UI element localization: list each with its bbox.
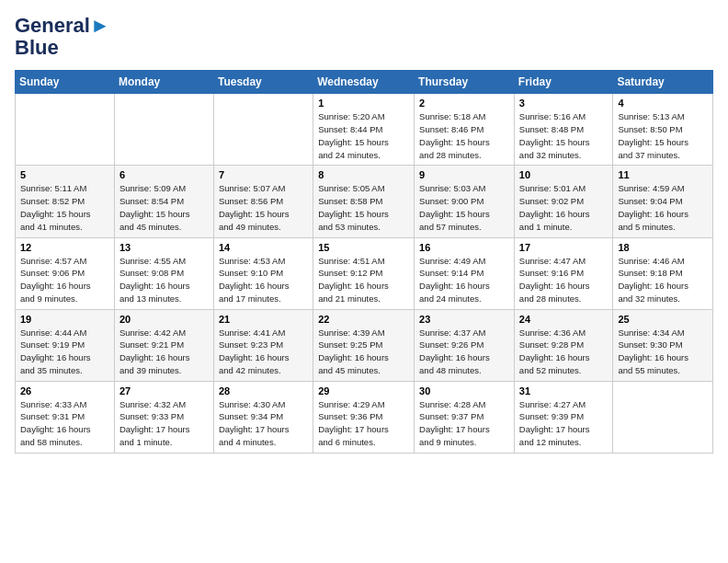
day-number: 9	[419, 169, 509, 180]
calendar-week-2: 5Sunrise: 5:11 AM Sunset: 8:52 PM Daylig…	[16, 166, 713, 237]
day-info: Sunrise: 4:39 AM Sunset: 9:25 PM Dayligh…	[318, 327, 409, 377]
calendar-cell: 3Sunrise: 5:16 AM Sunset: 8:48 PM Daylig…	[514, 94, 613, 166]
day-number: 8	[318, 169, 409, 180]
day-info: Sunrise: 5:13 AM Sunset: 8:50 PM Dayligh…	[618, 110, 708, 161]
day-number: 30	[419, 385, 509, 396]
day-info: Sunrise: 5:07 AM Sunset: 8:56 PM Dayligh…	[219, 182, 308, 233]
day-info: Sunrise: 4:41 AM Sunset: 9:23 PM Dayligh…	[219, 327, 308, 377]
calendar-cell: 1Sunrise: 5:20 AM Sunset: 8:44 PM Daylig…	[313, 94, 415, 166]
day-info: Sunrise: 4:51 AM Sunset: 9:12 PM Dayligh…	[318, 255, 409, 305]
day-number: 25	[618, 314, 708, 325]
day-info: Sunrise: 4:37 AM Sunset: 9:26 PM Dayligh…	[419, 327, 509, 377]
day-info: Sunrise: 4:34 AM Sunset: 9:30 PM Dayligh…	[618, 327, 708, 377]
calendar-cell: 26Sunrise: 4:33 AM Sunset: 9:31 PM Dayli…	[16, 381, 115, 453]
day-number: 1	[318, 98, 409, 109]
calendar-table: SundayMondayTuesdayWednesdayThursdayFrid…	[15, 70, 713, 453]
day-number: 17	[519, 242, 609, 253]
weekday-header-tuesday: Tuesday	[213, 71, 313, 94]
calendar-cell: 8Sunrise: 5:05 AM Sunset: 8:58 PM Daylig…	[313, 166, 415, 237]
calendar-cell: 18Sunrise: 4:46 AM Sunset: 9:18 PM Dayli…	[613, 237, 713, 309]
calendar-cell: 16Sunrise: 4:49 AM Sunset: 9:14 PM Dayli…	[415, 237, 515, 309]
day-info: Sunrise: 5:09 AM Sunset: 8:54 PM Dayligh…	[119, 182, 209, 233]
calendar-cell: 28Sunrise: 4:30 AM Sunset: 9:34 PM Dayli…	[213, 381, 313, 453]
day-number: 5	[20, 169, 109, 180]
day-info: Sunrise: 5:20 AM Sunset: 8:44 PM Dayligh…	[318, 110, 409, 161]
day-info: Sunrise: 4:28 AM Sunset: 9:37 PM Dayligh…	[419, 398, 509, 449]
day-number: 13	[119, 242, 209, 253]
calendar-cell: 9Sunrise: 5:03 AM Sunset: 9:00 PM Daylig…	[415, 166, 515, 237]
day-number: 24	[519, 314, 609, 325]
day-number: 6	[119, 169, 209, 180]
day-info: Sunrise: 4:59 AM Sunset: 9:04 PM Dayligh…	[618, 182, 708, 233]
calendar-cell: 31Sunrise: 4:27 AM Sunset: 9:39 PM Dayli…	[514, 381, 613, 453]
day-number: 23	[419, 314, 509, 325]
day-number: 27	[119, 385, 209, 396]
calendar-cell: 11Sunrise: 4:59 AM Sunset: 9:04 PM Dayli…	[613, 166, 713, 237]
weekday-header-wednesday: Wednesday	[313, 71, 415, 94]
day-number: 28	[219, 385, 308, 396]
day-info: Sunrise: 5:01 AM Sunset: 9:02 PM Dayligh…	[519, 182, 609, 233]
weekday-header-sunday: Sunday	[16, 71, 115, 94]
day-number: 11	[618, 169, 708, 180]
weekday-header-monday: Monday	[114, 71, 213, 94]
day-info: Sunrise: 4:46 AM Sunset: 9:18 PM Dayligh…	[618, 255, 708, 305]
day-number: 15	[318, 242, 409, 253]
calendar-cell: 12Sunrise: 4:57 AM Sunset: 9:06 PM Dayli…	[16, 237, 115, 309]
calendar-cell: 7Sunrise: 5:07 AM Sunset: 8:56 PM Daylig…	[213, 166, 313, 237]
day-info: Sunrise: 4:27 AM Sunset: 9:39 PM Dayligh…	[519, 398, 609, 449]
calendar-cell: 27Sunrise: 4:32 AM Sunset: 9:33 PM Dayli…	[114, 381, 213, 453]
calendar-cell: 4Sunrise: 5:13 AM Sunset: 8:50 PM Daylig…	[613, 94, 713, 166]
day-number: 20	[119, 314, 209, 325]
calendar-cell: 17Sunrise: 4:47 AM Sunset: 9:16 PM Dayli…	[514, 237, 613, 309]
day-info: Sunrise: 4:57 AM Sunset: 9:06 PM Dayligh…	[20, 255, 109, 305]
calendar-cell	[613, 381, 713, 453]
day-info: Sunrise: 4:42 AM Sunset: 9:21 PM Dayligh…	[119, 327, 209, 377]
calendar-cell: 25Sunrise: 4:34 AM Sunset: 9:30 PM Dayli…	[613, 309, 713, 381]
calendar-cell: 24Sunrise: 4:36 AM Sunset: 9:28 PM Dayli…	[514, 309, 613, 381]
calendar-cell	[213, 94, 313, 166]
day-number: 18	[618, 242, 708, 253]
calendar-cell: 29Sunrise: 4:29 AM Sunset: 9:36 PM Dayli…	[313, 381, 415, 453]
calendar-cell: 14Sunrise: 4:53 AM Sunset: 9:10 PM Dayli…	[213, 237, 313, 309]
day-info: Sunrise: 5:03 AM Sunset: 9:00 PM Dayligh…	[419, 182, 509, 233]
calendar-cell: 23Sunrise: 4:37 AM Sunset: 9:26 PM Dayli…	[415, 309, 515, 381]
calendar-week-3: 12Sunrise: 4:57 AM Sunset: 9:06 PM Dayli…	[16, 237, 713, 309]
calendar-body: 1Sunrise: 5:20 AM Sunset: 8:44 PM Daylig…	[16, 94, 713, 453]
day-number: 21	[219, 314, 308, 325]
calendar-cell: 19Sunrise: 4:44 AM Sunset: 9:19 PM Dayli…	[16, 309, 115, 381]
day-info: Sunrise: 4:30 AM Sunset: 9:34 PM Dayligh…	[219, 398, 308, 449]
day-info: Sunrise: 4:29 AM Sunset: 9:36 PM Dayligh…	[318, 398, 409, 449]
calendar-week-1: 1Sunrise: 5:20 AM Sunset: 8:44 PM Daylig…	[16, 94, 713, 166]
calendar-cell: 20Sunrise: 4:42 AM Sunset: 9:21 PM Dayli…	[114, 309, 213, 381]
day-number: 2	[419, 98, 509, 109]
day-number: 19	[20, 314, 109, 325]
day-number: 26	[20, 385, 109, 396]
calendar-cell: 10Sunrise: 5:01 AM Sunset: 9:02 PM Dayli…	[514, 166, 613, 237]
day-number: 12	[20, 242, 109, 253]
day-info: Sunrise: 4:36 AM Sunset: 9:28 PM Dayligh…	[519, 327, 609, 377]
day-number: 3	[519, 98, 609, 109]
day-number: 16	[419, 242, 509, 253]
calendar-cell: 15Sunrise: 4:51 AM Sunset: 9:12 PM Dayli…	[313, 237, 415, 309]
day-info: Sunrise: 4:44 AM Sunset: 9:19 PM Dayligh…	[20, 327, 109, 377]
calendar-cell: 22Sunrise: 4:39 AM Sunset: 9:25 PM Dayli…	[313, 309, 415, 381]
day-info: Sunrise: 5:16 AM Sunset: 8:48 PM Dayligh…	[519, 110, 609, 161]
calendar-cell: 30Sunrise: 4:28 AM Sunset: 9:37 PM Dayli…	[415, 381, 515, 453]
day-number: 14	[219, 242, 308, 253]
day-info: Sunrise: 4:47 AM Sunset: 9:16 PM Dayligh…	[519, 255, 609, 305]
day-number: 10	[519, 169, 609, 180]
calendar-week-5: 26Sunrise: 4:33 AM Sunset: 9:31 PM Dayli…	[16, 381, 713, 453]
calendar-cell	[114, 94, 213, 166]
day-info: Sunrise: 5:18 AM Sunset: 8:46 PM Dayligh…	[419, 110, 509, 161]
calendar-week-4: 19Sunrise: 4:44 AM Sunset: 9:19 PM Dayli…	[16, 309, 713, 381]
weekday-row: SundayMondayTuesdayWednesdayThursdayFrid…	[16, 71, 713, 94]
day-info: Sunrise: 5:11 AM Sunset: 8:52 PM Dayligh…	[20, 182, 109, 233]
day-number: 7	[219, 169, 308, 180]
day-info: Sunrise: 4:53 AM Sunset: 9:10 PM Dayligh…	[219, 255, 308, 305]
day-info: Sunrise: 4:33 AM Sunset: 9:31 PM Dayligh…	[20, 398, 109, 449]
day-number: 22	[318, 314, 409, 325]
day-info: Sunrise: 4:55 AM Sunset: 9:08 PM Dayligh…	[119, 255, 209, 305]
logo: General►Blue	[15, 15, 110, 59]
calendar-cell: 13Sunrise: 4:55 AM Sunset: 9:08 PM Dayli…	[114, 237, 213, 309]
weekday-header-friday: Friday	[514, 71, 613, 94]
